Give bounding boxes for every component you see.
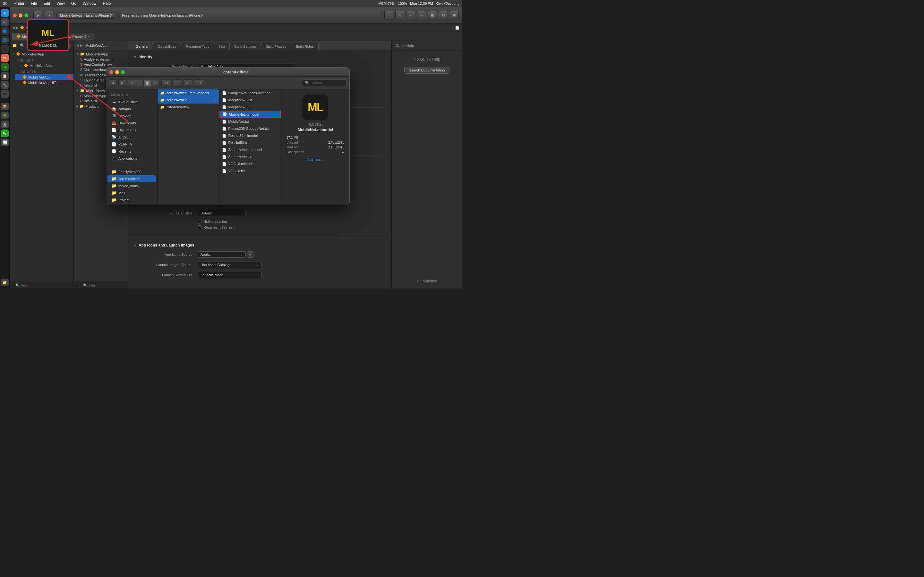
- finder-col2-inception-txt[interactable]: 📄 Inception-v3.txt: [220, 97, 281, 103]
- finder-col1-coreml-awesome[interactable]: 📁 coreml-awes...reml-models ▶: [158, 89, 219, 97]
- icons-source-plus[interactable]: +: [247, 251, 254, 258]
- menu-go[interactable]: Go: [70, 1, 78, 6]
- finder-favorite-downloads[interactable]: 📥 Downloads: [107, 119, 156, 126]
- remove-btn[interactable]: −: [79, 284, 81, 287]
- tab-build-settings[interactable]: Build Settings: [230, 43, 261, 50]
- finder-coreml-official[interactable]: 📁 coreml-official: [107, 175, 156, 182]
- menu-file[interactable]: File: [29, 1, 38, 6]
- finder-favorite-canapio[interactable]: 🏠 canapio: [107, 105, 156, 112]
- app-icons-disclosure[interactable]: ▼: [134, 243, 137, 247]
- launch-file-dropdown[interactable]: LaunchScreen: [198, 272, 262, 278]
- file-item-viewcontroller[interactable]: S ViewController.sw...: [74, 62, 128, 67]
- menu-finder[interactable]: Finder: [12, 1, 26, 6]
- search-documentation-button[interactable]: Search Documentation: [404, 67, 450, 74]
- finder-col2-vgg16-txt[interactable]: 📄 VGG16.txt: [220, 167, 281, 174]
- launch-source-dropdown[interactable]: Use Asset Catalog...: [198, 261, 262, 268]
- finder-col2-inception-v3[interactable]: 📄 Inception-v3....: [220, 103, 281, 111]
- toolbar-back-btn[interactable]: ←: [406, 11, 415, 20]
- full-screen-checkbox[interactable]: [198, 226, 202, 229]
- finder-cover-flow-btn[interactable]: ⊡: [152, 79, 159, 87]
- toolbar-list-btn[interactable]: ☰: [384, 11, 393, 20]
- dock-icon-ai[interactable]: Ai: [1, 18, 9, 26]
- help-icon[interactable]: ?: [452, 26, 454, 30]
- dock-icon-5[interactable]: S: [1, 63, 9, 71]
- tab-build-phases[interactable]: Build Phases: [261, 43, 291, 50]
- dock-icon-3[interactable]: ⬡: [1, 45, 9, 53]
- file-item-mobilenetapp-folder[interactable]: ▼ 📂 MobileNetApp: [74, 51, 128, 57]
- finder-back-btn[interactable]: ◀: [109, 79, 116, 87]
- tab-capabilities[interactable]: Capabilities: [153, 43, 181, 50]
- finder-search-bar[interactable]: 🔍 Search: [302, 79, 347, 86]
- finder-minimize-btn[interactable]: [115, 70, 119, 74]
- finder-col2-squeezenet[interactable]: 📄 SqueezeNet.mlmodel: [220, 146, 281, 153]
- preview-add-tags[interactable]: Add Tags...: [307, 158, 323, 161]
- tab-general[interactable]: General: [131, 43, 153, 50]
- dock-icon-8[interactable]: 🗂: [1, 90, 9, 98]
- dock-icon-2[interactable]: 🌐: [1, 36, 9, 44]
- finder-col2-mobilenet[interactable]: 📄 MobileNet.mlmodel: [220, 111, 281, 118]
- add-file-icon[interactable]: +: [12, 284, 14, 287]
- toolbar-warn-btn[interactable]: ⚠: [395, 11, 404, 20]
- finder-col2-googlenet[interactable]: 📄 GoogLeNetPlaces.mlmodel: [220, 89, 281, 97]
- menu-window[interactable]: Window: [81, 1, 98, 6]
- file-item-appdelegate[interactable]: S AppDelegate.sw...: [74, 57, 128, 62]
- sidebar-filter-icon[interactable]: 🔍: [15, 284, 20, 287]
- menu-help[interactable]: Help: [102, 1, 112, 6]
- finder-maximize-btn[interactable]: [121, 70, 125, 74]
- finder-col2-mobilenet-txt[interactable]: 📄 MobileNet.txt: [220, 118, 281, 125]
- finder-col2-places205[interactable]: 📄 Places205-GoogLeNet.txt: [220, 125, 281, 132]
- hide-status-checkbox[interactable]: [198, 219, 202, 223]
- toolbar-right-panel-btn[interactable]: ⊞: [450, 11, 459, 20]
- finder-column-view-btn[interactable]: |||: [144, 79, 152, 87]
- finder-favorite-desktop[interactable]: 🖥 Desktop: [107, 113, 156, 119]
- filter-icon[interactable]: 🔍: [83, 284, 87, 287]
- dock-icon-xcode[interactable]: X: [1, 9, 9, 17]
- finder-col2-resnet50-txt[interactable]: 📄 ResNet50.txt: [220, 139, 281, 146]
- tab-resource-tags[interactable]: Resource Tags: [181, 43, 214, 50]
- sidebar-item-project-root[interactable]: ▼ 🔶 MobileNetApp: [10, 51, 73, 57]
- close-btn[interactable]: [13, 13, 17, 17]
- dock-icon-12[interactable]: Py: [1, 129, 9, 137]
- dock-icon-11[interactable]: 🔬: [1, 121, 9, 128]
- dock-icon-4[interactable]: Ps: [1, 54, 9, 62]
- icons-source-dropdown[interactable]: AppIcon: [198, 251, 246, 258]
- apple-logo[interactable]: ⌘: [3, 1, 7, 6]
- maximize-btn[interactable]: [24, 13, 28, 17]
- finder-favorite-icloud[interactable]: ☁ iCloud Drive: [107, 98, 156, 105]
- file-icon[interactable]: 📄: [455, 26, 459, 30]
- finder-favorite-recents[interactable]: 🕐 Recents: [107, 148, 156, 155]
- sidebar-target-uitests[interactable]: 🔶 MobileNetAppUITe...: [15, 80, 73, 85]
- menu-edit[interactable]: Edit: [42, 1, 51, 6]
- dock-icon-6[interactable]: 📋: [1, 72, 9, 80]
- finder-list-view-btn[interactable]: ☰: [136, 79, 144, 87]
- finder-favorite-documents[interactable]: 📄 Documents: [107, 127, 156, 133]
- dock-icon-13[interactable]: 📊: [1, 139, 9, 146]
- finder-close-btn[interactable]: [110, 70, 113, 74]
- finder-forked-multi[interactable]: 📁 forked_multi-...: [107, 182, 156, 189]
- finder-mot[interactable]: 📁 MoT: [107, 189, 156, 196]
- finder-tag-btn[interactable]: 🏷: [183, 79, 192, 87]
- identity-disclosure[interactable]: ▼: [134, 55, 137, 59]
- play-button[interactable]: ▶: [33, 11, 42, 20]
- sidebar-item-project[interactable]: ▼ 🔶 MobileNetApp: [15, 63, 73, 68]
- toolbar-cols-btn[interactable]: ▦: [428, 11, 437, 20]
- finder-familymap[interactable]: 📁 FamilyMap002: [107, 168, 156, 175]
- finder-more-btn[interactable]: ⋯ ▾: [194, 79, 203, 87]
- finder-col2-squeezenet-txt[interactable]: 📄 SqueezeNet.txt: [220, 153, 281, 160]
- stop-button[interactable]: ■: [45, 11, 54, 20]
- tab-info[interactable]: Info: [214, 43, 229, 50]
- finder-favorite-airdrop[interactable]: 📡 AirDrop: [107, 134, 156, 140]
- scheme-selector[interactable]: MobileNetApp › tucan's iPhone X: [57, 12, 116, 19]
- finder-col2-resnet50[interactable]: 📄 Resnet50.mlmodel: [220, 132, 281, 139]
- finder-project[interactable]: 📁 Project: [107, 197, 156, 203]
- finder-share-btn[interactable]: ↑: [172, 79, 181, 87]
- status-bar-dropdown[interactable]: Default: [198, 210, 246, 216]
- toolbar-forward-btn[interactable]: →: [417, 11, 426, 20]
- finder-favorite-plana[interactable]: 📄 PLAN_A: [107, 141, 156, 147]
- dock-icon-1[interactable]: 🔵: [1, 27, 9, 35]
- minimize-btn[interactable]: [19, 13, 23, 17]
- finder-icon-view-btn[interactable]: ⊞: [128, 79, 136, 87]
- nav-back-icon[interactable]: ◀: [76, 44, 79, 47]
- dock-icon-7[interactable]: 🔧: [1, 81, 9, 89]
- finder-favorite-applications[interactable]: 📱 Applications: [107, 155, 156, 161]
